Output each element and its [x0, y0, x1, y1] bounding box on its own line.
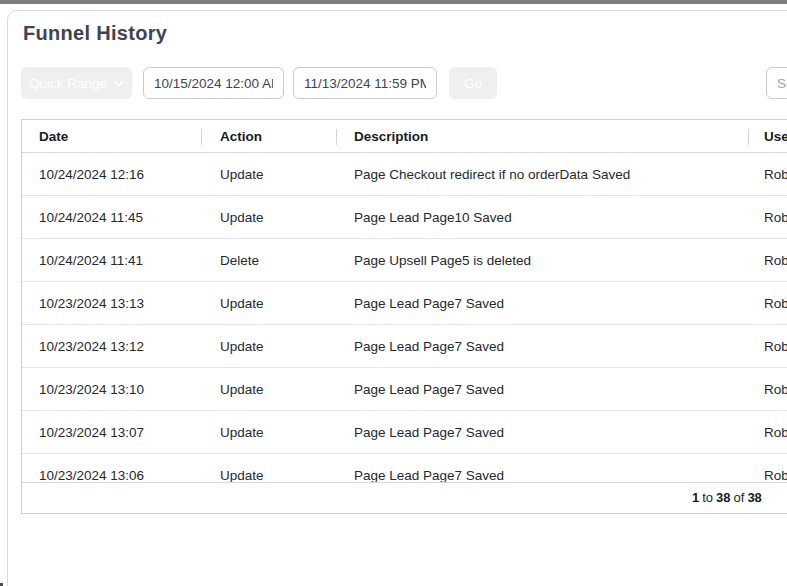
column-separator	[201, 129, 202, 145]
search-input[interactable]	[766, 67, 787, 99]
column-header-user[interactable]: User	[748, 120, 787, 152]
cell-description: Page Lead Page10 Saved	[336, 210, 748, 225]
cell-date: 10/23/2024 13:12	[22, 339, 201, 354]
column-separator	[336, 129, 337, 145]
cell-description: Page Lead Page7 Saved	[336, 296, 748, 311]
table-row[interactable]: 10/24/2024 12:16 Update Page Checkout re…	[22, 153, 787, 196]
pagination-bar: 1to38of38	[22, 482, 787, 512]
cell-user: Robby	[748, 468, 787, 483]
go-button[interactable]: Go	[449, 67, 497, 99]
cell-user: Robby	[748, 167, 787, 182]
cell-action: Update	[201, 296, 336, 311]
cell-action: Update	[201, 339, 336, 354]
table-row[interactable]: 10/23/2024 13:10 Update Page Lead Page7 …	[22, 368, 787, 411]
start-date-input[interactable]	[143, 67, 284, 99]
cell-description: Page Lead Page7 Saved	[336, 382, 748, 397]
cell-date: 10/23/2024 13:07	[22, 425, 201, 440]
column-header-action[interactable]: Action	[201, 120, 336, 152]
table-header: Date Action Description User	[22, 120, 787, 153]
pagination-summary: 1to38of38	[692, 483, 762, 512]
quick-range-label: Quick Range	[29, 76, 107, 91]
cell-user: Robby	[748, 382, 787, 397]
cell-user: Robby	[748, 339, 787, 354]
window-top-border	[0, 0, 787, 4]
cell-action: Update	[201, 382, 336, 397]
history-table: Date Action Description User 10/24/2024 …	[21, 119, 787, 514]
table-body: 10/24/2024 12:16 Update Page Checkout re…	[22, 153, 787, 482]
cell-date: 10/24/2024 11:45	[22, 210, 201, 225]
content-card: Funnel History Quick Range Go Date Actio…	[7, 10, 787, 586]
cell-date: 10/23/2024 13:06	[22, 468, 201, 483]
cell-user: Robby	[748, 210, 787, 225]
page-title: Funnel History	[23, 22, 167, 45]
column-separator	[748, 129, 749, 145]
cell-date: 10/23/2024 13:13	[22, 296, 201, 311]
chevron-down-icon	[114, 80, 124, 87]
table-row[interactable]: 10/24/2024 11:41 Delete Page Upsell Page…	[22, 239, 787, 282]
cell-description: Page Upsell Page5 is deleted	[336, 253, 748, 268]
cell-user: Robby	[748, 253, 787, 268]
cell-date: 10/23/2024 13:10	[22, 382, 201, 397]
cell-action: Update	[201, 210, 336, 225]
cell-action: Delete	[201, 253, 336, 268]
table-row[interactable]: 10/23/2024 13:13 Update Page Lead Page7 …	[22, 282, 787, 325]
cell-description: Page Lead Page7 Saved	[336, 339, 748, 354]
table-row[interactable]: 10/23/2024 13:12 Update Page Lead Page7 …	[22, 325, 787, 368]
cell-date: 10/24/2024 12:16	[22, 167, 201, 182]
cell-description: Page Lead Page7 Saved	[336, 425, 748, 440]
cell-user: Robby	[748, 296, 787, 311]
cell-user: Robby	[748, 425, 787, 440]
cell-action: Update	[201, 468, 336, 483]
cell-description: Page Checkout redirect if no orderData S…	[336, 167, 748, 182]
quick-range-button[interactable]: Quick Range	[21, 67, 132, 99]
end-date-input[interactable]	[293, 67, 437, 99]
table-row[interactable]: 10/23/2024 13:07 Update Page Lead Page7 …	[22, 411, 787, 454]
table-row[interactable]: 10/24/2024 11:45 Update Page Lead Page10…	[22, 196, 787, 239]
table-row[interactable]: 10/23/2024 13:06 Update Page Lead Page7 …	[22, 454, 787, 482]
column-header-date[interactable]: Date	[22, 120, 201, 152]
column-header-description[interactable]: Description	[336, 120, 748, 152]
cell-date: 10/24/2024 11:41	[22, 253, 201, 268]
cell-action: Update	[201, 167, 336, 182]
cell-description: Page Lead Page7 Saved	[336, 468, 748, 483]
cell-action: Update	[201, 425, 336, 440]
